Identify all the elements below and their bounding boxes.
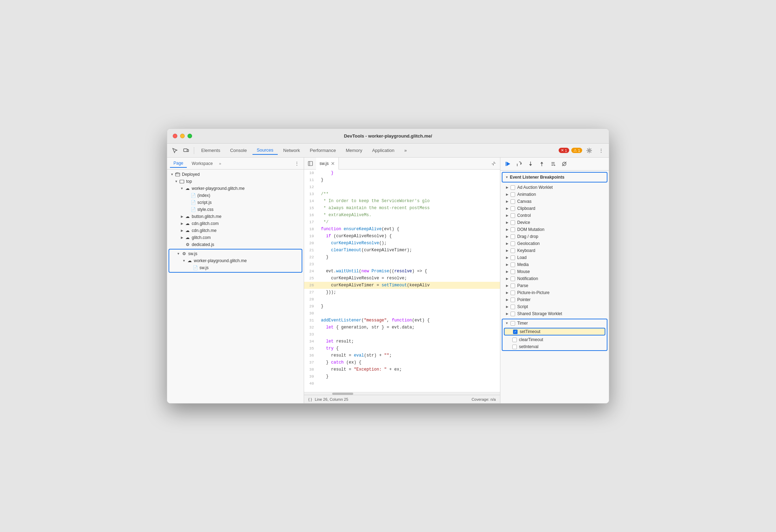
bp-category-device[interactable]: ▶ Device [500,219,609,226]
tree-item-index[interactable]: ▶ 📄 (index) [167,192,304,199]
sidebar-menu-button[interactable]: ⋮ [292,159,301,168]
step-button[interactable] [548,159,558,169]
bp-category-animation[interactable]: ▶ Animation [500,191,609,198]
line-code: function ensureKeepAlive(evt) { [318,226,500,233]
bp-checkbox-geolocation[interactable] [511,241,515,246]
inspect-icon[interactable] [170,146,180,155]
bp-category-clipboard[interactable]: ▶ Clipboard [500,205,609,212]
bp-checkbox-control[interactable] [511,213,515,218]
bp-category-dom-mutation[interactable]: ▶ DOM Mutation [500,226,609,233]
bp-checkbox-pip[interactable] [511,291,515,295]
bp-checkbox-pointer[interactable] [511,298,515,302]
tree-item-glitch-com[interactable]: ▶ ☁ glitch.com [167,234,304,241]
maximize-button[interactable] [188,134,192,138]
tab-sources[interactable]: Sources [252,146,278,155]
device-toggle-icon[interactable] [181,146,191,155]
cleartimeout-checkbox[interactable] [512,338,517,342]
minimize-button[interactable] [180,134,185,138]
error-badge[interactable]: ✕ 1 [559,148,569,153]
bp-checkbox-clipboard[interactable] [511,206,515,211]
setinterval-checkbox[interactable] [512,345,517,349]
tree-item-top[interactable]: ▼ top [167,178,304,185]
settimeout-checkbox[interactable] [513,330,518,334]
section-header-event-listener[interactable]: ▼ Event Listener Breakpoints [502,172,607,182]
bp-category-shared-storage[interactable]: ▶ Shared Storage Worklet [500,310,609,317]
step-over-button[interactable] [514,159,524,169]
tree-item-stylecss[interactable]: ▶ 📄 style.css [167,206,304,213]
bp-checkbox-drag-drop[interactable] [511,234,515,239]
bp-checkbox-media[interactable] [511,262,515,267]
tab-elements[interactable]: Elements [197,146,224,154]
line-number: 23 [304,261,318,268]
bp-checkbox-mouse[interactable] [511,270,515,274]
sidebar-tab-page[interactable]: Page [170,159,187,168]
timer-header[interactable]: ▼ – Timer [502,319,607,327]
bp-checkbox-keyboard[interactable] [511,248,515,253]
tab-more[interactable]: » [400,146,411,154]
bp-checkbox-parse[interactable] [511,284,515,288]
bp-checkbox-device[interactable] [511,220,515,225]
expand-editor-icon[interactable] [489,159,499,168]
tree-item-worker-playground-sub[interactable]: ▼ ☁ worker-playground.glitch.me [169,257,302,264]
bp-category-load[interactable]: ▶ Load [500,254,609,261]
code-content[interactable]: 10 } 11 } 12 13 /** [304,169,500,392]
bp-category-keyboard[interactable]: ▶ Keyboard [500,247,609,254]
tree-item-button-glitch[interactable]: ▶ ☁ button.glitch.me [167,213,304,220]
format-icon[interactable]: { } [308,397,312,401]
step-into-button[interactable] [526,159,535,169]
bp-category-media[interactable]: ▶ Media [500,261,609,268]
tree-item-swjs-sub[interactable]: ▶ 📄 sw.js [169,264,302,271]
bp-category-geolocation[interactable]: ▶ Geolocation [500,240,609,247]
close-button[interactable] [173,134,177,138]
bp-category-parse[interactable]: ▶ Parse [500,282,609,289]
bp-category-mouse[interactable]: ▶ Mouse [500,268,609,275]
timer-item-settimeout[interactable]: setTimeout [504,328,605,335]
tab-network[interactable]: Network [279,146,304,154]
file-tab-swjs[interactable]: sw.js ✕ [316,158,339,169]
bp-label-load: Load [517,255,527,260]
tree-item-cdn-glitch-com[interactable]: ▶ ☁ cdn.glitch.com [167,220,304,227]
sidebar-more[interactable]: » [219,161,221,166]
tab-console[interactable]: Console [226,146,251,154]
tree-item-scriptjs[interactable]: ▶ 📄 script.js [167,199,304,206]
bp-checkbox-canvas[interactable] [511,199,515,204]
bp-category-drag-drop[interactable]: ▶ Drag / drop [500,233,609,240]
sidebar-tab-workspace[interactable]: Workspace [188,160,216,167]
bp-checkbox-notification[interactable] [511,277,515,281]
step-out-button[interactable] [537,159,547,169]
bp-category-control[interactable]: ▶ Control [500,212,609,219]
tab-application[interactable]: Application [368,146,399,154]
bp-checkbox-shared-storage[interactable] [511,312,515,316]
settings-icon[interactable] [584,146,594,155]
more-options-icon[interactable]: ⋮ [596,146,606,155]
close-tab-icon[interactable]: ✕ [331,161,335,166]
resume-button[interactable] [503,159,513,169]
bp-category-ad-auction[interactable]: ▶ Ad Auction Worklet [500,184,609,191]
bp-checkbox-ad-auction[interactable] [511,185,515,190]
bp-category-pip[interactable]: ▶ Picture-in-Picture [500,289,609,296]
bp-checkbox-load[interactable] [511,255,515,260]
timer-checkbox[interactable]: – [511,321,515,326]
collapse-tree-icon[interactable] [305,159,315,168]
warning-badge[interactable]: ⚠ 1 [571,148,582,153]
bp-category-canvas[interactable]: ▶ Canvas [500,198,609,205]
tab-performance[interactable]: Performance [305,146,340,154]
bp-checkbox-dom-mutation[interactable] [511,227,515,232]
timer-item-setinterval[interactable]: setInterval [502,343,607,350]
tree-item-cdn-glitch-me[interactable]: ▶ ☁ cdn.glitch.me [167,227,304,234]
bp-checkbox-script[interactable] [511,305,515,309]
bp-category-script[interactable]: ▶ Script [500,303,609,310]
horizontal-scrollbar[interactable] [304,392,500,395]
tree-item-worker-playground[interactable]: ▼ ☁ worker-playground.glitch.me [167,185,304,192]
tree-item-swjs-main[interactable]: ▼ ⚙ sw.js [169,250,302,257]
tab-memory[interactable]: Memory [342,146,367,154]
bp-category-pointer[interactable]: ▶ Pointer [500,296,609,303]
timer-item-cleartimeout[interactable]: clearTimeout [502,336,607,343]
deactivate-breakpoints-button[interactable] [559,159,569,169]
bp-category-notification[interactable]: ▶ Notification [500,275,609,282]
tree-item-deployed[interactable]: ▼ Deployed [167,171,304,178]
scrollbar-thumb[interactable] [332,393,353,395]
expand-icon: ▶ [506,312,508,315]
tree-item-dedicated-js[interactable]: ▶ ⚙ dedicated.js [167,241,304,248]
bp-checkbox-animation[interactable] [511,192,515,197]
